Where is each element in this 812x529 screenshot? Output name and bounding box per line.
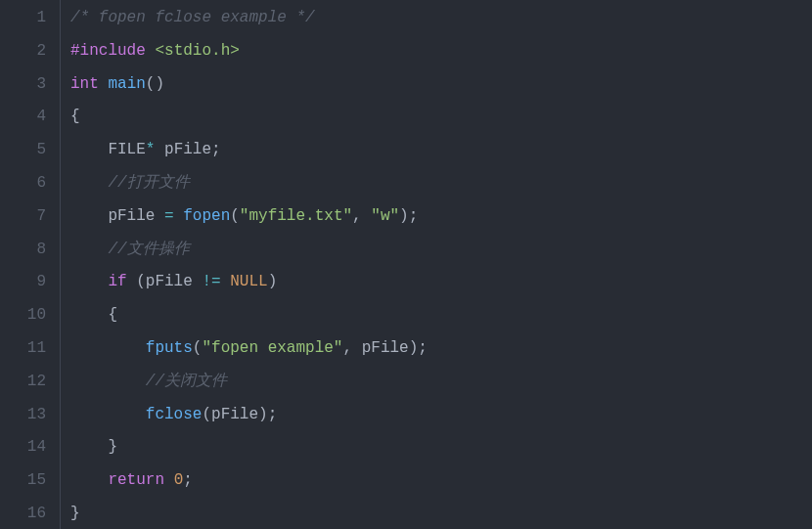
code-token: return: [108, 471, 164, 489]
code-token: 0: [174, 471, 184, 489]
code-line[interactable]: fclose(pFile);: [70, 399, 428, 432]
line-number: 16: [0, 498, 46, 529]
code-token: [70, 241, 108, 258]
code-token: pFile: [108, 207, 164, 225]
code-token: [70, 339, 146, 357]
code-line[interactable]: }: [70, 431, 428, 464]
code-line[interactable]: fputs("fopen example", pFile);: [70, 332, 428, 366]
code-token: {: [70, 108, 80, 125]
line-number: 12: [0, 366, 46, 399]
code-token: /* fopen fclose example */: [70, 9, 315, 26]
code-token: if: [108, 273, 126, 290]
code-token: "fopen example": [202, 339, 342, 357]
code-token: [70, 471, 108, 489]
code-token: [146, 42, 156, 60]
code-token: ;: [211, 141, 221, 158]
code-token: fputs: [146, 339, 193, 357]
code-line[interactable]: /* fopen fclose example */: [70, 2, 428, 35]
code-token: //关闭文件: [146, 373, 227, 390]
code-token: fopen: [183, 207, 230, 225]
line-number: 4: [0, 101, 46, 134]
code-line[interactable]: #include <stdio.h>: [70, 35, 428, 68]
code-token: "myfile.txt": [240, 207, 352, 225]
code-token: [70, 373, 146, 390]
line-number: 14: [0, 431, 46, 464]
code-line[interactable]: if (pFile != NULL): [70, 266, 428, 299]
code-token: ,: [352, 207, 371, 225]
code-line[interactable]: //打开文件: [70, 167, 428, 200]
code-token: //打开文件: [108, 174, 189, 192]
code-token: int: [70, 75, 99, 93]
code-token: =: [164, 207, 174, 225]
line-number: 11: [0, 332, 46, 366]
code-token: <stdio.h>: [155, 42, 239, 60]
code-token: (: [230, 207, 240, 225]
code-token: , pFile);: [342, 339, 427, 357]
code-token: FILE: [108, 141, 145, 158]
code-line[interactable]: {: [70, 101, 428, 134]
line-number: 9: [0, 266, 46, 299]
code-line[interactable]: pFile = fopen("myfile.txt", "w");: [70, 200, 428, 234]
code-token: fclose: [146, 406, 203, 423]
code-token: *: [146, 141, 156, 158]
line-number: 6: [0, 167, 46, 200]
line-number: 7: [0, 200, 46, 234]
code-token: }: [70, 438, 117, 456]
code-token: pFile: [164, 141, 211, 158]
line-number: 13: [0, 399, 46, 432]
code-token: NULL: [230, 273, 267, 290]
code-line[interactable]: //文件操作: [70, 234, 428, 267]
code-token: [221, 273, 231, 290]
code-token: [70, 406, 146, 423]
line-number-gutter: 12345678910111213141516: [0, 0, 61, 529]
code-token: (): [146, 75, 164, 93]
code-line[interactable]: FILE* pFile;: [70, 134, 428, 167]
code-token: ): [268, 273, 278, 290]
code-token: (pFile);: [202, 406, 277, 423]
code-token: [174, 207, 184, 225]
code-token: [70, 141, 108, 158]
code-token: //文件操作: [108, 241, 189, 258]
code-token: [164, 471, 174, 489]
code-line[interactable]: {: [70, 299, 428, 332]
code-token: [99, 75, 109, 93]
code-token: ;: [183, 471, 193, 489]
code-token: #include: [70, 42, 146, 60]
code-token: !=: [202, 273, 220, 290]
code-line[interactable]: return 0;: [70, 464, 428, 498]
line-number: 10: [0, 299, 46, 332]
code-token: "w": [371, 207, 399, 225]
code-line[interactable]: //关闭文件: [70, 366, 428, 399]
code-token: (pFile: [127, 273, 203, 290]
line-number: 3: [0, 68, 46, 102]
code-line[interactable]: }: [70, 498, 428, 529]
code-token: [155, 141, 164, 158]
code-token: main: [108, 75, 145, 93]
code-token: [70, 174, 108, 192]
code-token: [70, 207, 108, 225]
code-token: );: [399, 207, 418, 225]
code-token: {: [70, 306, 117, 324]
code-area[interactable]: /* fopen fclose example */#include <stdi…: [61, 0, 428, 529]
line-number: 2: [0, 35, 46, 68]
code-line[interactable]: int main(): [70, 68, 428, 102]
code-token: }: [70, 505, 80, 522]
line-number: 8: [0, 234, 46, 267]
line-number: 5: [0, 134, 46, 167]
line-number: 15: [0, 464, 46, 498]
code-editor[interactable]: 12345678910111213141516 /* fopen fclose …: [0, 0, 812, 529]
code-token: (: [193, 339, 203, 357]
code-token: [70, 273, 108, 290]
line-number: 1: [0, 2, 46, 35]
